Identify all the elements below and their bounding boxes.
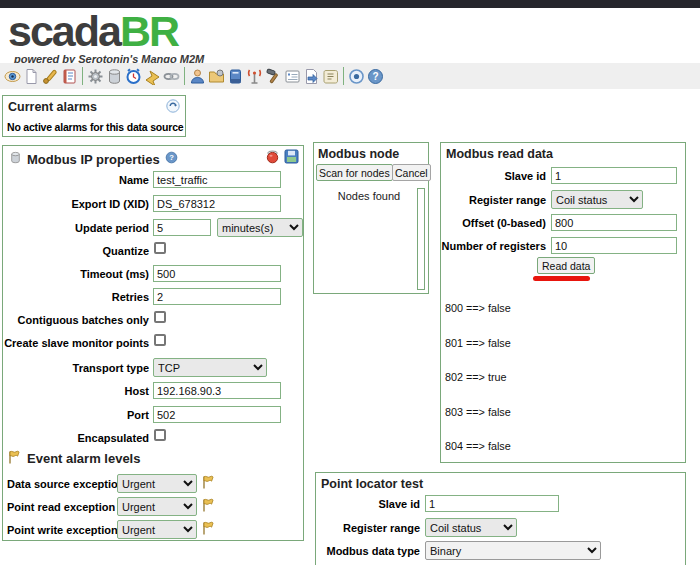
main-toolbar: ? xyxy=(0,63,700,89)
database-icon[interactable] xyxy=(106,68,123,85)
read-data-underline-annotation xyxy=(533,276,590,281)
scheduled-events-clock-icon[interactable] xyxy=(125,68,142,85)
number-of-registers-input[interactable] xyxy=(551,237,677,254)
quantize-checkbox[interactable] xyxy=(154,242,166,254)
timeout-input[interactable] xyxy=(153,265,281,282)
toolbar-separator xyxy=(184,67,185,85)
script-scroll-icon[interactable] xyxy=(322,68,339,85)
encapsulated-label: Encapsulated xyxy=(3,432,149,444)
offset-input[interactable] xyxy=(551,214,677,231)
data-source-exception-select[interactable]: Urgent xyxy=(117,474,197,493)
alarm-flag-icon xyxy=(201,520,216,539)
publishers-link-icon[interactable] xyxy=(163,68,180,85)
result-row: 804 ==> false xyxy=(445,441,511,453)
svg-text:?: ? xyxy=(169,153,174,162)
point-hierarchy-icon[interactable] xyxy=(144,68,161,85)
name-input[interactable] xyxy=(153,171,281,188)
modbus-data-type-label: Modbus data type xyxy=(316,545,420,557)
current-alarms-panel: Current alarms No active alarms for this… xyxy=(2,95,186,137)
timeout-label: Timeout (ms) xyxy=(3,268,149,280)
no-alarms-message: No active alarms for this data source xyxy=(7,121,183,133)
port-input[interactable] xyxy=(153,406,281,423)
read-register-range-select[interactable]: Coil status xyxy=(551,190,643,209)
modbus-read-data-title: Modbus read data xyxy=(446,147,553,161)
form-settings-icon[interactable] xyxy=(284,68,301,85)
node-scan-progress-bar xyxy=(417,188,425,290)
svg-text:?: ? xyxy=(372,71,378,82)
read-register-range-label: Register range xyxy=(441,194,546,206)
toolbar-separator xyxy=(343,67,344,85)
retries-label: Retries xyxy=(3,291,149,303)
update-period-label: Update period xyxy=(3,222,149,234)
quantize-label: Quantize xyxy=(3,245,149,257)
modbus-ip-properties-panel: Modbus IP properties ? Name Export ID (X… xyxy=(2,145,304,541)
modbus-node-scan-panel: Modbus node scan Scan for nodes Cancel N… xyxy=(313,142,429,294)
retries-input[interactable] xyxy=(153,288,281,305)
broadcast-antenna-icon[interactable] xyxy=(246,68,263,85)
section-help-icon[interactable]: ? xyxy=(165,150,178,168)
transport-type-select[interactable]: TCP xyxy=(153,358,267,377)
point-read-exception-select[interactable]: Urgent xyxy=(117,497,197,516)
update-period-input[interactable] xyxy=(153,219,211,236)
transport-type-label: Transport type xyxy=(3,362,149,374)
nodes-found-label: Nodes found xyxy=(324,190,414,202)
modbus-data-type-select[interactable]: Binary xyxy=(425,541,601,560)
result-row: 801 ==> false xyxy=(445,338,511,350)
modbus-ip-properties-title: Modbus IP properties xyxy=(27,152,160,167)
read-slave-id-label: Slave id xyxy=(441,170,546,182)
update-period-unit-select[interactable]: minutes(s) xyxy=(217,218,303,237)
record-icon[interactable] xyxy=(348,68,365,85)
read-slave-id-input[interactable] xyxy=(551,167,677,184)
locator-slave-id-input[interactable] xyxy=(425,495,559,512)
import-export-icon[interactable] xyxy=(303,68,320,85)
number-of-registers-label: Number of registers xyxy=(441,240,546,252)
delete-data-source-icon[interactable] xyxy=(265,149,280,168)
point-write-exception-select[interactable]: Urgent xyxy=(117,520,197,539)
cancel-scan-button[interactable]: Cancel xyxy=(392,164,431,181)
result-row: 802 ==> true xyxy=(445,372,511,384)
scan-for-nodes-button[interactable]: Scan for nodes xyxy=(316,164,393,181)
offset-label: Offset (0-based) xyxy=(441,217,546,229)
event-alarm-flag-icon xyxy=(7,449,22,468)
maintenance-folder-icon[interactable] xyxy=(208,68,225,85)
point-locator-test-title: Point locator test xyxy=(321,477,423,491)
sql-database-icon[interactable] xyxy=(227,68,244,85)
result-row: 803 ==> false xyxy=(445,407,511,419)
logo-text-br: BR xyxy=(120,7,178,55)
point-edit-wrench-icon[interactable] xyxy=(42,68,59,85)
create-slave-monitor-label: Create slave monitor points xyxy=(3,337,149,349)
name-label: Name xyxy=(3,174,149,186)
scadabr-logo: scadaBR xyxy=(8,8,178,54)
users-person-icon[interactable] xyxy=(189,68,206,85)
locator-slave-id-label: Slave id xyxy=(316,498,420,510)
export-id-label: Export ID (XID) xyxy=(3,198,149,210)
create-slave-monitor-checkbox[interactable] xyxy=(154,334,166,346)
read-data-button[interactable]: Read data xyxy=(537,257,595,274)
data-source-exception-label: Data source exception xyxy=(7,478,124,490)
locator-register-range-label: Register range xyxy=(316,522,420,534)
scadabr-page: scadaBR powered by Serotonin's Mango M2M… xyxy=(0,0,700,565)
silence-alarms-icon[interactable] xyxy=(166,99,180,117)
modbus-read-data-panel: Modbus read data Slave id Register range… xyxy=(440,142,686,463)
help-icon[interactable]: ? xyxy=(367,68,384,85)
host-input[interactable] xyxy=(153,382,281,399)
export-id-input[interactable] xyxy=(153,195,281,212)
data-source-database-icon xyxy=(9,150,22,168)
new-document-icon[interactable] xyxy=(23,68,40,85)
point-write-exception-label: Point write exception xyxy=(7,524,118,536)
port-label: Port xyxy=(3,409,149,421)
contiguous-batches-checkbox[interactable] xyxy=(154,311,166,323)
save-data-source-icon[interactable] xyxy=(284,149,299,168)
point-locator-test-panel: Point locator test Slave id Register ran… xyxy=(315,472,686,565)
logo-text-scada: scada xyxy=(8,7,120,55)
encapsulated-checkbox[interactable] xyxy=(154,429,166,441)
watch-list-eye-icon[interactable] xyxy=(4,68,21,85)
settings-gear-icon[interactable] xyxy=(87,68,104,85)
system-hammer-icon[interactable] xyxy=(265,68,282,85)
event-alarm-levels-title: Event alarm levels xyxy=(27,451,140,466)
event-book-icon[interactable] xyxy=(61,68,78,85)
locator-register-range-select[interactable]: Coil status xyxy=(425,518,517,537)
result-row: 800 ==> false xyxy=(445,303,511,315)
current-alarms-title: Current alarms xyxy=(8,100,97,114)
point-read-exception-label: Point read exception xyxy=(7,501,115,513)
